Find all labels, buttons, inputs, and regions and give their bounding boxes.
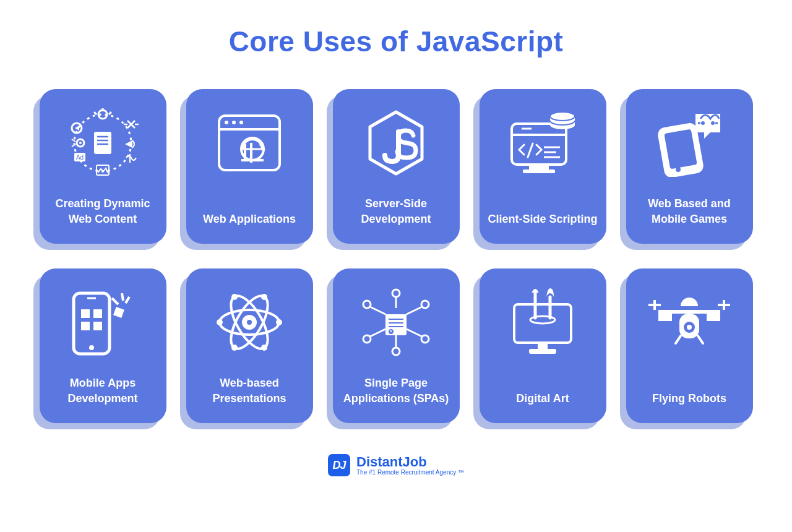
games-icon xyxy=(652,103,726,183)
card-spa: Single Page Applications (SPAs) xyxy=(333,268,460,423)
svg-line-7 xyxy=(94,112,97,114)
svg-line-8 xyxy=(109,112,111,114)
svg-line-14 xyxy=(72,139,75,142)
svg-line-86 xyxy=(407,329,422,337)
svg-rect-50 xyxy=(81,309,90,318)
svg-point-67 xyxy=(261,345,267,351)
card-dynamic-content: Ad Creating Dynamic Web Content xyxy=(40,89,166,244)
svg-point-24 xyxy=(239,121,243,124)
web-apps-icon xyxy=(215,103,283,183)
svg-point-42 xyxy=(676,167,681,172)
svg-line-82 xyxy=(407,307,422,314)
svg-line-103 xyxy=(676,336,681,343)
svg-point-13 xyxy=(79,142,82,144)
svg-point-66 xyxy=(231,294,238,300)
card-presentations: Web-based Presentations xyxy=(186,268,313,423)
svg-point-92 xyxy=(530,316,555,324)
mobile-apps-icon xyxy=(62,282,143,363)
card-digital-art: Digital Art xyxy=(480,268,606,423)
card-label: Digital Art xyxy=(516,391,569,406)
svg-point-75 xyxy=(392,290,400,297)
card-flying-robots: Flying Robots xyxy=(626,268,753,423)
svg-point-77 xyxy=(392,348,400,355)
svg-point-64 xyxy=(217,319,223,325)
brand-name: DistantJob xyxy=(356,455,464,469)
card-client-side: Client-Side Scripting xyxy=(480,89,606,244)
svg-rect-70 xyxy=(385,308,407,314)
svg-point-43 xyxy=(701,121,705,125)
card-label: Mobile Apps Development xyxy=(48,375,158,406)
digital-art-icon xyxy=(506,282,580,363)
page-title: Core Uses of JavaScript xyxy=(229,25,564,58)
svg-point-85 xyxy=(421,335,429,343)
svg-rect-94 xyxy=(658,310,672,321)
svg-marker-11 xyxy=(75,126,79,131)
nodejs-icon xyxy=(365,103,427,183)
svg-line-57 xyxy=(126,297,129,303)
svg-rect-1 xyxy=(94,132,111,154)
card-label: Web Applications xyxy=(203,212,296,226)
svg-point-79 xyxy=(363,301,371,308)
card-mobile-apps: Mobile Apps Development xyxy=(40,268,166,423)
svg-rect-30 xyxy=(512,124,566,165)
svg-rect-52 xyxy=(81,322,90,330)
svg-rect-20 xyxy=(219,116,280,170)
svg-point-65 xyxy=(261,294,267,300)
svg-point-62 xyxy=(247,320,252,325)
card-label: Flying Robots xyxy=(652,391,726,406)
card-label: Web-based Presentations xyxy=(195,375,304,406)
card-web-applications: Web Applications xyxy=(186,89,313,244)
card-games: Web Based and Mobile Games xyxy=(626,89,753,244)
card-label: Single Page Applications (SPAs) xyxy=(342,375,451,406)
svg-point-63 xyxy=(276,319,282,325)
svg-point-22 xyxy=(225,121,228,124)
cards-grid: Ad Creating Dynamic Web Content xyxy=(40,89,753,423)
svg-rect-34 xyxy=(523,169,555,173)
svg-line-104 xyxy=(698,336,703,343)
svg-line-80 xyxy=(370,307,385,314)
spa-icon xyxy=(356,282,436,363)
svg-point-83 xyxy=(363,335,371,343)
svg-rect-89 xyxy=(529,349,556,354)
svg-point-68 xyxy=(231,345,238,351)
card-label: Web Based and Mobile Games xyxy=(635,196,744,226)
svg-rect-51 xyxy=(93,309,102,318)
card-label: Client-Side Scripting xyxy=(488,212,598,226)
svg-point-23 xyxy=(232,121,236,124)
dynamic-content-icon: Ad xyxy=(63,103,142,183)
svg-line-55 xyxy=(112,298,118,304)
svg-line-56 xyxy=(122,293,123,301)
svg-marker-9 xyxy=(125,140,132,148)
svg-rect-53 xyxy=(93,322,102,330)
svg-point-44 xyxy=(711,121,715,125)
svg-text:Ad: Ad xyxy=(76,154,84,161)
svg-rect-95 xyxy=(707,310,720,321)
brand-tagline: The #1 Remote Recruitment Agency ™ xyxy=(356,469,464,476)
card-label: Server-Side Development xyxy=(342,196,451,226)
card-label: Creating Dynamic Web Content xyxy=(48,196,158,226)
svg-point-98 xyxy=(687,325,692,330)
svg-point-81 xyxy=(421,301,429,308)
svg-line-84 xyxy=(370,329,385,337)
svg-rect-54 xyxy=(113,307,124,318)
svg-rect-33 xyxy=(529,165,549,169)
card-server-side: Server-Side Development xyxy=(333,89,460,244)
drone-icon xyxy=(646,282,733,363)
brand-logo-icon: DJ xyxy=(328,454,350,476)
svg-rect-47 xyxy=(74,293,110,354)
svg-point-48 xyxy=(89,345,94,350)
svg-rect-88 xyxy=(538,343,548,349)
presentations-icon xyxy=(212,282,286,363)
client-side-icon xyxy=(506,103,580,183)
footer-brand: DJ DistantJob The #1 Remote Recruitment … xyxy=(328,454,464,476)
